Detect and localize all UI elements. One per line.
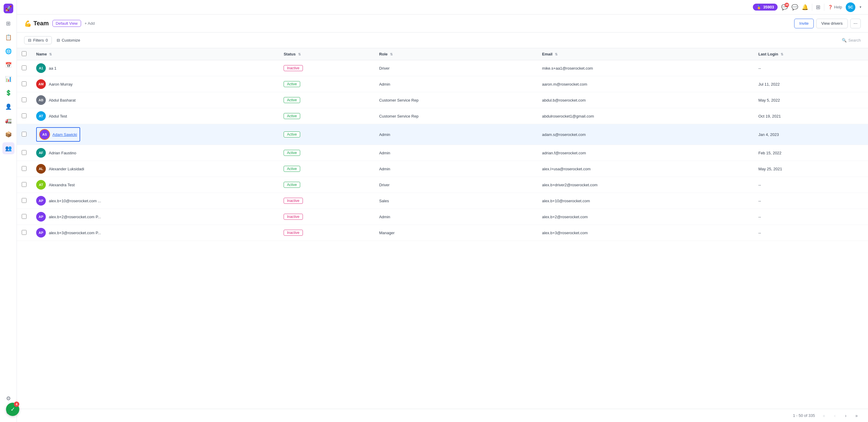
row-name-cell: ATAlexandra Test — [31, 177, 279, 193]
view-tag[interactable]: Default View — [53, 20, 81, 27]
name-cell-wrapper: AMAaron Murray — [36, 79, 274, 89]
customize-button[interactable]: ⊟ Customize — [57, 38, 80, 42]
invite-button[interactable]: Invite — [794, 19, 814, 28]
row-email-cell: abdul.b@roserocket.com — [537, 92, 754, 108]
sidebar-item-truck[interactable]: 🚛 — [2, 115, 14, 127]
row-checkbox[interactable] — [22, 166, 27, 171]
role-column-header[interactable]: Role ⇅ — [374, 48, 537, 60]
globe-icon: 🌐 — [5, 48, 12, 55]
row-checkbox[interactable] — [22, 198, 27, 203]
add-label: + Add — [85, 21, 95, 26]
add-button[interactable]: + Add — [85, 21, 95, 26]
chat-icon: 💬 — [792, 4, 798, 10]
row-name-link[interactable]: alex.b+2@roserocket.com P... — [49, 215, 101, 219]
last-page-button[interactable]: » — [852, 412, 861, 420]
contacts-icon: 👤 — [5, 103, 12, 110]
title-text: Team — [33, 20, 49, 27]
sidebar-item-dollar[interactable]: 💲 — [2, 87, 14, 99]
row-avatar: AB — [36, 95, 46, 105]
sidebar-item-dashboard[interactable]: ⊞ — [2, 18, 14, 30]
row-checkbox-cell — [17, 60, 31, 76]
name-cell-wrapper: AFAdrian Faustino — [36, 148, 274, 158]
row-name-link[interactable]: alex.b+10@roserocket.com ... — [49, 199, 101, 203]
row-checkbox[interactable] — [22, 113, 27, 118]
row-checkbox-cell — [17, 92, 31, 108]
row-role-cell: Admin — [374, 76, 537, 92]
user-avatar[interactable]: SC — [846, 2, 855, 12]
row-name-link[interactable]: Aaron Murray — [49, 82, 73, 87]
row-checkbox[interactable] — [22, 182, 27, 187]
table-row: AMAaron MurrayActiveAdminaaron.m@roseroc… — [17, 76, 868, 92]
sidebar-item-team[interactable]: 👥 — [2, 142, 14, 154]
team-table: Name ⇅ Status ⇅ Role ⇅ Email ⇅ — [17, 48, 868, 241]
row-name-link[interactable]: aa 1 — [49, 66, 56, 70]
last-login-column-header[interactable]: Last Login ⇅ — [753, 48, 868, 60]
status-badge: Active — [284, 131, 300, 138]
search-area[interactable]: 🔍 Search — [842, 38, 861, 42]
row-avatar: AT — [36, 111, 46, 121]
first-page-button[interactable]: « — [820, 412, 828, 420]
more-options-button[interactable]: ··· — [850, 19, 861, 28]
page-title: 💪 Team — [24, 20, 49, 27]
row-last-login-cell: -- — [753, 177, 868, 193]
row-checkbox[interactable] — [22, 214, 27, 219]
bell-icon-btn[interactable]: 🔔 — [802, 4, 808, 10]
row-name-link[interactable]: Abdul Basharat — [49, 98, 76, 102]
row-checkbox[interactable] — [22, 65, 27, 70]
points-icon: 🏅 — [756, 5, 761, 9]
row-checkbox[interactable] — [22, 132, 27, 137]
sidebar-item-globe[interactable]: 🌐 — [2, 45, 14, 57]
chat-icon-btn[interactable]: 💬 — [792, 4, 798, 10]
row-name-cell: AMAaron Murray — [31, 76, 279, 92]
page-header: 💪 Team Default View + Add Invite View dr… — [17, 14, 868, 33]
row-checkbox[interactable] — [22, 150, 27, 155]
dashboard-icon: ⊞ — [6, 20, 10, 27]
row-checkbox[interactable] — [22, 97, 27, 102]
next-page-button[interactable]: › — [841, 412, 850, 420]
row-name-link[interactable]: Alexandra Test — [49, 183, 75, 187]
sidebar-item-calendar[interactable]: 📅 — [2, 59, 14, 71]
row-email-cell: alex.l+usa@roserocket.com — [537, 161, 754, 177]
filter-button[interactable]: ⊟ Filters 0 — [24, 36, 52, 44]
topbar-divider — [812, 4, 812, 11]
row-last-login-cell: May 25, 2021 — [753, 161, 868, 177]
prev-page-button[interactable]: ‹ — [831, 412, 839, 420]
row-status-cell: Inactive — [279, 225, 374, 241]
name-cell-wrapper: A1aa 1 — [36, 63, 274, 73]
app-logo[interactable]: 🚀 — [4, 4, 13, 13]
row-checkbox-cell — [17, 177, 31, 193]
table-row: ATAbdul TestActiveCustomer Service Repab… — [17, 108, 868, 124]
row-name-cell: APalex.b+2@roserocket.com P... — [31, 209, 279, 225]
name-column-header[interactable]: Name ⇅ — [31, 48, 279, 60]
status-badge: Active — [284, 166, 300, 172]
row-name-link[interactable]: Adam Sawicki — [53, 132, 77, 137]
sidebar-item-contacts[interactable]: 👤 — [2, 101, 14, 113]
row-checkbox[interactable] — [22, 81, 27, 86]
sidebar-item-chart[interactable]: 📊 — [2, 73, 14, 85]
row-checkbox[interactable] — [22, 230, 27, 235]
view-drivers-button[interactable]: View drivers — [816, 19, 848, 28]
row-name-link[interactable]: alex.b+3@roserocket.com P... — [49, 231, 101, 235]
customize-icon: ⊟ — [57, 38, 60, 42]
name-cell-wrapper: APalex.b+3@roserocket.com P... — [36, 228, 274, 238]
pagination-info: 1 - 50 of 335 — [793, 413, 815, 418]
toolbar: ⊟ Filters 0 ⊟ Customize 🔍 Search — [17, 33, 868, 48]
select-all-checkbox[interactable] — [22, 51, 27, 56]
filter-icon: ⊟ — [28, 38, 31, 42]
status-column-header[interactable]: Status ⇅ — [279, 48, 374, 60]
row-name-link[interactable]: Abdul Test — [49, 114, 67, 118]
help-button[interactable]: ❓ Help — [828, 5, 842, 9]
row-status-cell: Active — [279, 124, 374, 145]
grid-icon-btn[interactable]: ⊞ — [816, 4, 820, 10]
row-avatar: AT — [36, 180, 46, 190]
sidebar-item-box[interactable]: 📦 — [2, 128, 14, 141]
email-column-header[interactable]: Email ⇅ — [537, 48, 754, 60]
messages-icon-btn[interactable]: 💬 38 — [781, 4, 788, 10]
row-name-link[interactable]: Adrian Faustino — [49, 151, 76, 155]
row-name-link[interactable]: Alexander Luksidadi — [49, 167, 84, 171]
row-email-cell: mike.s+aa1@roserocket.com — [537, 60, 754, 76]
row-role-cell: Manager — [374, 225, 537, 241]
messages-badge: 38 — [784, 3, 789, 7]
row-status-cell: Inactive — [279, 60, 374, 76]
sidebar-item-documents[interactable]: 📋 — [2, 31, 14, 43]
